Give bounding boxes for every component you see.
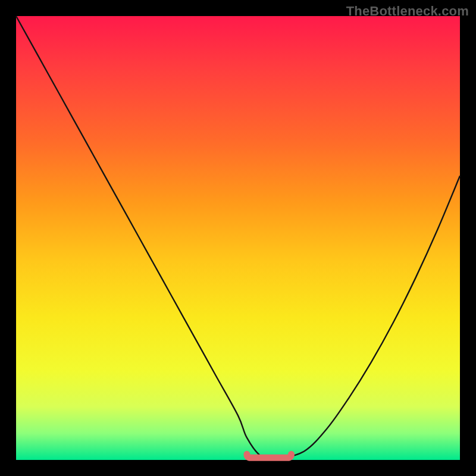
flat-minimum-marker <box>247 454 292 458</box>
bottleneck-curve <box>16 16 460 458</box>
watermark-text: TheBottleneck.com <box>346 4 469 19</box>
plot-area <box>16 16 460 460</box>
chart-frame: TheBottleneck.com <box>0 0 476 476</box>
curve-layer <box>16 16 460 460</box>
